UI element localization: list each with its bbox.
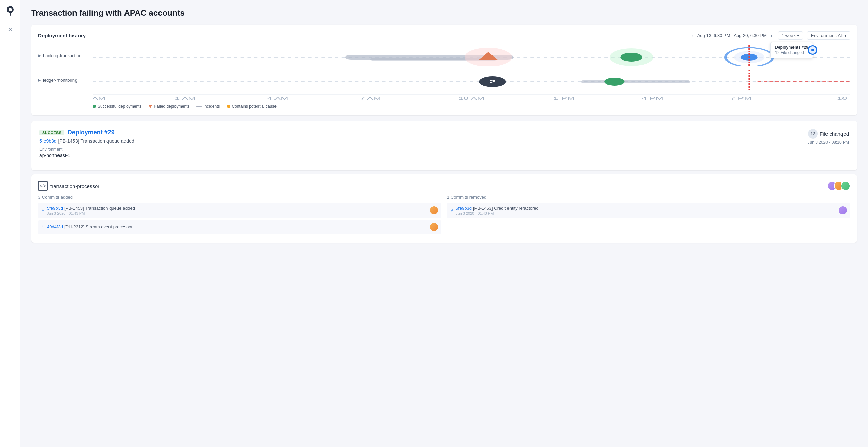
chart-label-banking: ▶ banking-transaction: [38, 53, 93, 58]
page-title: Transaction failing with APAC accounts: [31, 8, 857, 18]
env-label: Environment: [39, 147, 134, 152]
commits-removed-title: 1 Commits removed: [447, 195, 850, 200]
svg-text:10 AM: 10 AM: [93, 96, 106, 100]
commit-item: ⑂ 5fe9b3d [PB-1453] Credit entity refact…: [447, 203, 850, 218]
svg-text:7 PM: 7 PM: [730, 96, 752, 100]
commit-item: ⑂ 49d4f3d [DH-2312] Stream event process…: [38, 220, 441, 234]
deployment-header: SUCCESS Deployment #29 5fe9b3d [PB-1453]…: [39, 129, 849, 158]
commits-added-title: 3 Commits added: [38, 195, 441, 200]
chevron-down-icon: ▾: [844, 33, 847, 38]
legend-dot-green: [93, 105, 96, 108]
env-value: ap-northeast-1: [39, 153, 134, 158]
file-changed-text: File changed: [820, 131, 849, 137]
commits-grid: 3 Commits added ⑂ 5fe9b3d [PB-1453] Tran…: [38, 195, 850, 236]
deployment-detail-card: SUCCESS Deployment #29 5fe9b3d [PB-1453]…: [31, 121, 857, 170]
prev-time-btn[interactable]: ‹: [690, 32, 695, 39]
time-controls: ‹ Aug 13, 6:30 PM - Aug 20, 6:30 PM › 1 …: [690, 31, 850, 40]
commit-hash-link[interactable]: 5fe9b3d: [47, 206, 63, 211]
legend-incidents: Incidents: [196, 104, 220, 109]
main-content: Transaction failing with APAC accounts D…: [20, 0, 868, 447]
expand-chevron[interactable]: ▶: [38, 78, 41, 82]
svg-text:4 PM: 4 PM: [641, 96, 663, 100]
chevron-down-icon: ▾: [797, 33, 799, 38]
legend-dot-orange: [227, 105, 230, 108]
chart-row-banking: ▶ banking-transaction: [38, 45, 850, 66]
processor-name: transaction-processor: [50, 183, 99, 189]
sidebar: ✕: [0, 0, 20, 447]
ledger-chart: 2: [93, 70, 850, 90]
commit-icon: ⑂: [41, 208, 44, 213]
banking-chart: Deployments #29 12 File changed: [93, 45, 850, 66]
app-logo: [5, 5, 16, 16]
file-count: 12 File changed: [808, 129, 849, 139]
processor-header: </> transaction-processor: [38, 181, 850, 191]
legend-triangle-red: [148, 105, 152, 108]
success-badge: SUCCESS: [39, 130, 64, 135]
chart-row-ledger: ▶ ledger-monitoring 2: [38, 70, 850, 90]
legend-dash: [196, 106, 202, 107]
file-changed-info: 12 File changed Jun 3 2020 - 08:10 PM: [808, 129, 849, 145]
deployment-title-row: SUCCESS Deployment #29: [39, 129, 134, 136]
avatar: [841, 181, 850, 191]
x-axis-svg: 10 AM 1 AM 4 AM 7 AM 10 AM 1 PM 4 PM 7 P…: [93, 94, 850, 101]
svg-text:2: 2: [489, 79, 496, 84]
commit-message: [PB-1453] Transaction queue added: [58, 138, 134, 144]
svg-text:10 PM: 10 PM: [837, 96, 850, 100]
svg-point-10: [620, 53, 642, 62]
commit-info: 5fe9b3d [PB-1453] Credit entity refactor…: [456, 205, 836, 215]
commit-desc: [PB-1453] Transaction queue added: [64, 206, 135, 211]
chart-label-ledger: ▶ ledger-monitoring: [38, 78, 93, 83]
commits-removed-section: 1 Commits removed ⑂ 5fe9b3d [PB-1453] Cr…: [447, 195, 850, 236]
commit-hash[interactable]: 5fe9b3d: [39, 138, 57, 144]
banking-chart-svg: [93, 45, 850, 66]
commit-date: Jun 3 2020 - 01:43 PM: [456, 211, 836, 215]
file-date: Jun 3 2020 - 08:10 PM: [808, 140, 849, 145]
commit-desc: [DH-2312] Stream event processor: [64, 224, 133, 229]
svg-point-1: [9, 8, 12, 11]
commits-added-section: 3 Commits added ⑂ 5fe9b3d [PB-1453] Tran…: [38, 195, 441, 236]
commit-row: 5fe9b3d [PB-1453] Transaction queue adde…: [39, 138, 134, 144]
expand-chevron[interactable]: ▶: [38, 53, 41, 58]
time-range: ‹ Aug 13, 6:30 PM - Aug 20, 6:30 PM ›: [690, 32, 774, 39]
commit-hash-link[interactable]: 5fe9b3d: [456, 206, 472, 211]
close-icon[interactable]: ✕: [7, 26, 13, 33]
commit-icon: ⑂: [450, 208, 453, 213]
svg-text:4 AM: 4 AM: [267, 96, 288, 100]
file-count-badge: 12: [808, 129, 818, 139]
deployment-info: SUCCESS Deployment #29 5fe9b3d [PB-1453]…: [39, 129, 134, 158]
commit-hash-link[interactable]: 49d4f3d: [47, 224, 63, 229]
x-axis: 10 AM 1 AM 4 AM 7 AM 10 AM 1 PM 4 PM 7 P…: [38, 94, 850, 101]
svg-point-19: [604, 78, 624, 86]
legend-successful: Successful deployments: [93, 104, 141, 109]
commit-avatar: [839, 206, 847, 214]
commit-icon: ⑂: [41, 224, 44, 230]
legend-failed: Failed deployments: [148, 104, 189, 109]
commit-date: Jun 3 2020 - 01:43 PM: [47, 211, 427, 215]
processor-card: </> transaction-processor: [31, 174, 857, 243]
avatars: [827, 181, 850, 191]
commit-avatar: [430, 206, 438, 214]
commit-desc: [PB-1453] Credit entity refactored: [473, 206, 539, 211]
period-dropdown[interactable]: 1 week ▾: [778, 31, 803, 40]
processor-icon: </>: [38, 181, 48, 191]
commit-avatar: [430, 223, 438, 231]
commit-info: 5fe9b3d [PB-1453] Transaction queue adde…: [47, 205, 427, 215]
legend-potential-cause: Contains potential cause: [227, 104, 277, 109]
section-title: Deployment history: [38, 33, 86, 38]
time-range-label: Aug 13, 6:30 PM - Aug 20, 6:30 PM: [697, 33, 767, 38]
commit-item: ⑂ 5fe9b3d [PB-1453] Transaction queue ad…: [38, 203, 441, 218]
chart-legend: Successful deployments Failed deployment…: [38, 104, 850, 109]
svg-text:7 AM: 7 AM: [360, 96, 381, 100]
svg-rect-18: [581, 80, 690, 83]
svg-text:10 AM: 10 AM: [458, 96, 484, 100]
commit-info: 49d4f3d [DH-2312] Stream event processor: [47, 224, 427, 230]
processor-name-row: </> transaction-processor: [38, 181, 99, 191]
deployment-history-section: Deployment history ‹ Aug 13, 6:30 PM - A…: [31, 25, 857, 115]
next-time-btn[interactable]: ›: [769, 32, 774, 39]
ledger-chart-svg: 2: [93, 70, 850, 90]
environment-dropdown[interactable]: Environment: All ▾: [807, 31, 850, 40]
svg-text:1 PM: 1 PM: [553, 96, 575, 100]
svg-text:1 AM: 1 AM: [174, 96, 196, 100]
svg-rect-2: [10, 12, 11, 16]
deployment-name[interactable]: Deployment #29: [68, 129, 115, 136]
